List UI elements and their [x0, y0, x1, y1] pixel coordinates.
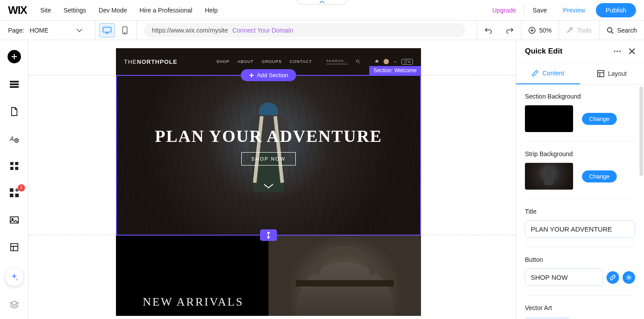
- media-button[interactable]: [7, 214, 21, 226]
- panel-scrollbar[interactable]: [640, 87, 643, 176]
- panel-tabs: Content Layout: [516, 62, 644, 85]
- apps-button[interactable]: [7, 160, 21, 172]
- selected-section[interactable]: Section: Welcome Add Section PLAN YOUR A…: [116, 75, 421, 236]
- panel-body: Section Background Change Strip Backgrou…: [516, 85, 644, 319]
- sections-button[interactable]: [7, 79, 21, 91]
- menu-settings[interactable]: Settings: [63, 7, 86, 14]
- svg-rect-11: [10, 162, 13, 165]
- search-icon[interactable]: [356, 59, 360, 64]
- pages-button[interactable]: [7, 106, 21, 118]
- page-label: Page:: [8, 27, 25, 34]
- editor-canvas[interactable]: THENORTHPOLE SHOP ABOUT GROUPS CONTACT S…: [29, 40, 516, 319]
- title-input[interactable]: [525, 220, 635, 238]
- svg-point-10: [16, 140, 17, 141]
- strip-bg-thumbnail[interactable]: [525, 163, 573, 190]
- plus-icon: [249, 73, 254, 78]
- button-settings-button[interactable]: [623, 271, 635, 284]
- undo-button[interactable]: [484, 27, 492, 34]
- new-arrivals-title[interactable]: NEW ARRIVALS: [143, 295, 244, 309]
- zoom-control[interactable]: 50%: [521, 21, 559, 40]
- hero-title[interactable]: PLAN YOUR ADVENTURE: [155, 126, 382, 146]
- ai-assistant-button[interactable]: [5, 268, 23, 286]
- cart-icon[interactable]: 🛒0: [401, 59, 413, 65]
- site-search[interactable]: SEARCH...: [326, 59, 348, 64]
- left-rail: A 3: [0, 40, 29, 319]
- zoom-value: 50%: [539, 27, 552, 34]
- pencil-icon: [532, 70, 539, 77]
- svg-point-25: [619, 50, 620, 52]
- mobile-view-button[interactable]: [117, 23, 133, 37]
- wix-logo: WIX: [8, 4, 27, 17]
- button-label: Button: [525, 256, 635, 263]
- add-element-button[interactable]: [7, 50, 21, 63]
- url-bar[interactable]: https://www.wix.com/mysite Connect Your …: [144, 23, 465, 37]
- svg-rect-20: [11, 244, 18, 251]
- svg-rect-26: [598, 70, 604, 77]
- more-icon[interactable]: [614, 50, 621, 52]
- tab-content[interactable]: Content: [516, 62, 580, 84]
- desktop-view-button[interactable]: [99, 23, 115, 37]
- svg-rect-12: [15, 162, 18, 165]
- menu-items: Site Settings Dev Mode Hire a Profession…: [40, 7, 218, 14]
- svg-point-21: [356, 60, 359, 62]
- notification-badge: 3: [18, 184, 25, 191]
- scroll-down-icon[interactable]: [263, 183, 274, 189]
- search-button[interactable]: Search: [599, 21, 644, 40]
- close-icon[interactable]: [629, 48, 635, 54]
- change-strip-bg-button[interactable]: Change: [582, 170, 617, 182]
- hero-strip[interactable]: PLAN YOUR ADVENTURE SHOP NOW: [117, 76, 420, 235]
- vector-art-label: Vector Art: [525, 304, 635, 311]
- button-link-button[interactable]: [607, 271, 619, 284]
- connect-domain-link[interactable]: Connect Your Domain: [232, 27, 293, 34]
- svg-text:A: A: [10, 135, 14, 142]
- new-arrivals-section[interactable]: NEW ARRIVALS: [116, 236, 421, 316]
- design-button[interactable]: A: [7, 133, 21, 145]
- menu-dev-mode[interactable]: Dev Mode: [99, 7, 127, 14]
- layers-button[interactable]: [7, 298, 21, 312]
- new-arrivals-left: NEW ARRIVALS: [116, 236, 268, 316]
- publish-button[interactable]: Publish: [596, 3, 636, 17]
- nav-groups[interactable]: GROUPS: [262, 59, 282, 64]
- menu-help[interactable]: Help: [205, 7, 218, 14]
- search-label: Search: [617, 27, 637, 34]
- chevron-down-icon: [393, 61, 397, 63]
- svg-point-24: [616, 50, 618, 52]
- section-resize-handle[interactable]: [260, 229, 277, 241]
- content-manager-button[interactable]: [7, 241, 21, 253]
- site-preview: THENORTHPOLE SHOP ABOUT GROUPS CONTACT S…: [116, 48, 421, 316]
- menu-site[interactable]: Site: [40, 7, 51, 14]
- svg-rect-13: [10, 167, 13, 170]
- svg-point-2: [124, 32, 125, 33]
- new-arrivals-image: [268, 236, 421, 316]
- tab-layout[interactable]: Layout: [580, 62, 644, 84]
- svg-point-27: [628, 277, 630, 278]
- nav-shop[interactable]: SHOP: [216, 59, 230, 64]
- save-button[interactable]: Save: [524, 7, 555, 14]
- svg-rect-7: [10, 86, 19, 88]
- nav-contact[interactable]: CONTACT: [290, 59, 312, 64]
- gear-icon: [626, 274, 632, 281]
- undo-redo-group: [477, 21, 521, 40]
- site-logo: THENORTHPOLE: [124, 58, 178, 65]
- add-section-button[interactable]: Add Section: [241, 69, 296, 81]
- upgrade-link[interactable]: Upgrade: [484, 7, 524, 14]
- app-market-button[interactable]: 3: [7, 187, 21, 199]
- top-collapse-handle[interactable]: [297, 0, 347, 4]
- change-section-bg-button[interactable]: Change: [582, 113, 617, 125]
- button-text-input[interactable]: [525, 269, 603, 286]
- hero-cta-button[interactable]: SHOP NOW: [241, 152, 296, 166]
- vector-art-thumbnail[interactable]: [525, 317, 570, 319]
- section-bg-thumbnail[interactable]: [525, 105, 573, 132]
- preview-button[interactable]: Preview: [555, 7, 593, 14]
- tools-label: Tools: [577, 27, 592, 34]
- menu-hire[interactable]: Hire a Professional: [140, 7, 192, 14]
- avatar-icon[interactable]: [384, 59, 389, 64]
- panel-header: Quick Edit: [516, 40, 644, 62]
- nav-about[interactable]: ABOUT: [238, 59, 254, 64]
- tools-button[interactable]: Tools: [559, 21, 599, 40]
- page-selector[interactable]: Page: HOME: [0, 21, 91, 40]
- svg-point-22: [384, 59, 389, 64]
- bell-icon[interactable]: [375, 59, 379, 64]
- svg-rect-5: [10, 81, 19, 83]
- redo-button[interactable]: [506, 27, 514, 34]
